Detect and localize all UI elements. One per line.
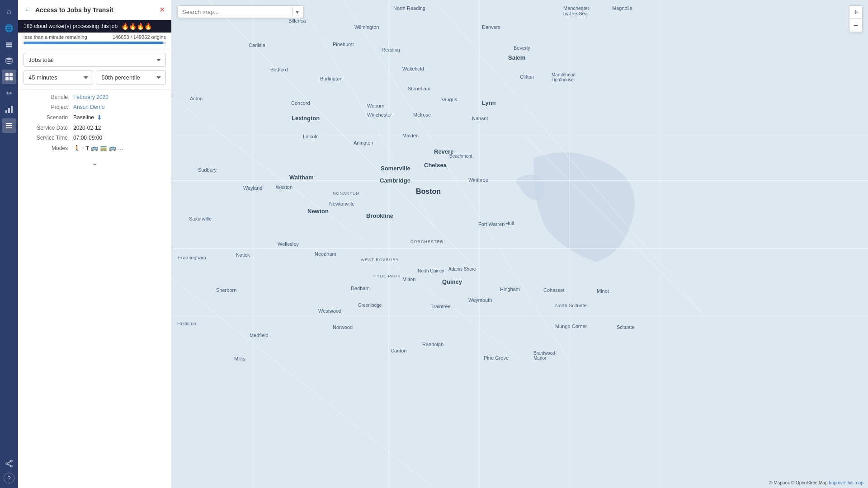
nav-share-icon[interactable] <box>2 456 16 471</box>
svg-line-27 <box>172 271 434 488</box>
service-time-label: Service Time <box>24 135 73 141</box>
more-modes: ... <box>118 145 123 151</box>
svg-rect-12 <box>6 125 12 126</box>
map-area: Boston Cambridge Somerville Lexington Wa… <box>172 0 868 488</box>
search-divider <box>292 8 293 16</box>
nav-home-icon[interactable]: ⌂ <box>2 5 16 19</box>
job-banner-text: 186 cloud worker(s) processing this job <box>24 23 118 29</box>
svg-rect-4 <box>5 73 9 76</box>
svg-rect-11 <box>6 123 12 124</box>
map-background[interactable]: Boston Cambridge Somerville Lexington Wa… <box>172 0 868 488</box>
nav-edit-icon[interactable]: ✏ <box>2 86 16 100</box>
bundle-label: Bundle <box>24 94 73 100</box>
service-date-value: 2020-02-12 <box>73 125 101 131</box>
progress-bar <box>24 42 166 44</box>
svg-rect-0 <box>6 42 12 44</box>
svg-point-15 <box>6 463 8 465</box>
bus-icon: 🚌 <box>91 145 98 151</box>
mapbox-credit: © Mapbox <box>769 480 790 485</box>
nav-menu-icon[interactable] <box>2 118 16 133</box>
metric-select[interactable]: Jobs total <box>24 53 166 67</box>
map-zoom-controls: + − <box>849 5 863 32</box>
time-remaining: less than a minute remaining <box>24 34 87 40</box>
svg-rect-9 <box>8 108 10 113</box>
svg-rect-2 <box>6 46 12 47</box>
map-search-input[interactable] <box>182 9 290 15</box>
download-icon[interactable]: ⬇ <box>97 114 102 121</box>
improve-map-link[interactable]: Improve this map <box>829 480 863 485</box>
svg-rect-5 <box>9 73 13 76</box>
project-value[interactable]: Anson Demo <box>73 104 104 110</box>
side-panel: ← Access to Jobs by Transit ✕ 186 cloud … <box>18 0 172 488</box>
project-label: Project <box>24 104 73 110</box>
svg-rect-7 <box>9 77 13 80</box>
scenario-label: Scenario <box>24 114 73 121</box>
scenario-value: Baseline <box>73 114 94 121</box>
nav-analysis-icon[interactable] <box>2 70 16 84</box>
svg-rect-13 <box>6 127 12 128</box>
nav-data-icon[interactable] <box>2 53 16 68</box>
map-attribution: © Mapbox © OpenStreetMap Improve this ma… <box>769 480 863 485</box>
fire-icons: 🔥🔥🔥🔥 <box>121 23 152 30</box>
panel-title: Access to Jobs by Transit <box>35 6 113 14</box>
rail-icon: 🚃 <box>100 145 107 151</box>
info-table: Bundle February 2020 Project Anson Demo … <box>18 89 171 156</box>
map-svg <box>172 0 868 488</box>
percentile-select[interactable]: 50th percentile <box>97 70 166 84</box>
progress-fill <box>24 42 163 44</box>
zoom-in-button[interactable]: + <box>849 6 862 19</box>
svg-rect-6 <box>5 77 9 80</box>
back-button[interactable]: ← <box>24 6 32 14</box>
service-time-value: 07:00-09:00 <box>73 135 102 141</box>
chevron-right-icon: › <box>82 145 84 150</box>
zoom-out-button[interactable]: − <box>849 19 862 32</box>
modes-icons: 🚶 › T 🚌 🚃 🚌 ... <box>73 145 123 151</box>
nav-layers-icon[interactable] <box>2 37 16 52</box>
svg-point-14 <box>10 460 12 462</box>
service-date-row: Service Date 2020-02-12 <box>24 125 166 131</box>
progress-count: 146653 / 149362 origins <box>113 34 166 40</box>
osm-credit: © OpenStreetMap <box>791 480 828 485</box>
svg-rect-1 <box>6 44 12 46</box>
nav-globe-icon[interactable]: 🌐 <box>2 21 16 35</box>
svg-rect-8 <box>5 110 7 113</box>
job-banner: 186 cloud worker(s) processing this job … <box>18 20 171 33</box>
service-time-row: Service Time 07:00-09:00 <box>24 135 166 141</box>
bus2-icon: 🚌 <box>109 145 116 151</box>
svg-line-28 <box>298 0 434 226</box>
svg-point-3 <box>6 58 12 60</box>
svg-line-17 <box>8 462 10 464</box>
map-search[interactable]: ▾ <box>177 5 304 18</box>
scenario-row: Scenario Baseline ⬇ <box>24 114 166 121</box>
transit-t-icon: T <box>85 145 89 151</box>
modes-row: Modes 🚶 › T 🚌 🚃 🚌 ... <box>24 145 166 151</box>
progress-area: less than a minute remaining 146653 / 14… <box>18 33 171 48</box>
time-select[interactable]: 45 minutes <box>24 70 93 84</box>
bundle-value[interactable]: February 2020 <box>73 94 108 100</box>
bundle-row: Bundle February 2020 <box>24 94 166 100</box>
map-dropdown-button[interactable]: ▾ <box>296 8 299 15</box>
walk-icon: 🚶 <box>73 145 80 151</box>
panel-header: ← Access to Jobs by Transit ✕ <box>18 0 171 20</box>
svg-point-16 <box>10 465 12 467</box>
service-date-label: Service Date <box>24 125 73 131</box>
svg-rect-10 <box>11 106 13 113</box>
collapse-button[interactable]: ⌄ <box>18 156 171 170</box>
nav-help-icon[interactable]: ? <box>4 473 14 483</box>
nav-rail: ⌂ 🌐 ✏ <box>0 0 18 488</box>
project-row: Project Anson Demo <box>24 104 166 110</box>
svg-line-18 <box>8 464 10 466</box>
modes-label: Modes <box>24 145 73 151</box>
nav-chart-icon[interactable] <box>2 102 16 117</box>
panel-controls: Jobs total 45 minutes 50th percentile <box>18 48 171 89</box>
close-button[interactable]: ✕ <box>159 5 165 14</box>
